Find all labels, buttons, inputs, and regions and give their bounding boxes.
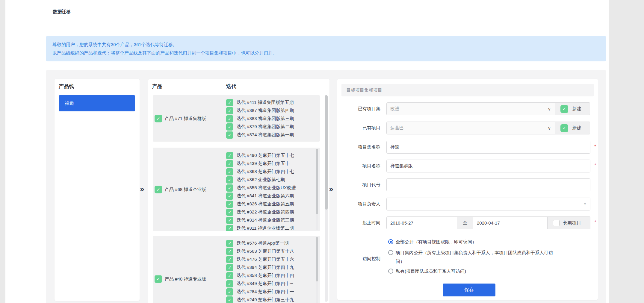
access-option-line1: 项目集内公开（所有上级项目集负责人和干系人，本项目团队成员和干系人可访 — [396, 248, 553, 257]
iteration-row[interactable]: ✓迭代 #349 芝麻开门第四十三 — [226, 280, 294, 288]
save-button[interactable]: 保存 — [443, 284, 495, 296]
radio-unselected-icon[interactable] — [388, 250, 393, 255]
checkbox-unchecked-icon[interactable] — [553, 220, 560, 226]
field-label: 项目负责人 — [337, 198, 380, 210]
checkbox-checked-icon[interactable]: ✓ — [226, 272, 233, 279]
checkbox-checked-icon[interactable]: ✓ — [226, 99, 233, 106]
required-asterisk: * — [594, 144, 596, 149]
product-line-header: 产品线 — [59, 83, 74, 90]
iteration-row[interactable]: ✓迭代 #383 禅道集团版第三期 — [226, 115, 294, 123]
checkbox-checked-icon[interactable]: ✓ — [226, 264, 233, 271]
checkbox-checked-icon[interactable]: ✓ — [226, 184, 233, 192]
product-row[interactable]: ✓ 产品 #40 禅道专业版 — [155, 275, 206, 283]
iteration-row[interactable]: ✓迭代 #576 禅道App第一期 — [226, 239, 288, 247]
product-line-item-zentao[interactable]: 禅道 — [59, 95, 135, 111]
checkbox-checked-icon[interactable]: ✓ — [226, 123, 233, 131]
checkbox-checked-icon[interactable]: ✓ — [560, 124, 568, 132]
iteration-row[interactable]: ✓迭代 #563 芝麻开门第五十八 — [226, 247, 294, 255]
checkbox-checked-icon[interactable]: ✓ — [226, 115, 233, 122]
iteration-row[interactable]: ✓迭代 #368 芝麻开门第四十七 — [226, 168, 294, 176]
access-option-open[interactable]: 全部公开（有项目视图权限，即可访问） — [388, 237, 477, 246]
form-row-project-name: 项目名称 * — [337, 160, 598, 172]
iteration-label: 迭代 #362 企业版第七期 — [237, 177, 285, 183]
checkbox-checked-icon[interactable]: ✓ — [226, 107, 233, 114]
form-row-existing-program: 已有项目集 改进 ∨ ✓ 新建 — [337, 102, 598, 115]
project-code-input[interactable] — [386, 178, 590, 191]
select-value: 改进 — [390, 106, 399, 112]
new-project-toggle[interactable]: ✓ 新建 — [555, 122, 590, 134]
iteration-row[interactable]: ✓迭代 #411 禅道集团版第五期 — [226, 99, 294, 107]
product-label: 产品 #68 禅道企业版 — [165, 187, 206, 192]
iteration-label: 迭代 #374 禅道集团版第一期 — [237, 132, 294, 138]
checkbox-checked-icon[interactable]: ✓ — [226, 160, 233, 167]
iteration-row[interactable]: ✓迭代 #379 禅道集团版第二期 — [226, 123, 294, 131]
iteration-row[interactable]: ✓迭代 #394 芝麻开门第四十九 — [226, 263, 294, 272]
new-program-toggle[interactable]: ✓ 新建 — [555, 102, 590, 115]
product-row[interactable]: ✓ 产品 #68 禅道企业版 — [155, 186, 206, 193]
checkbox-checked-icon[interactable]: ✓ — [226, 248, 233, 255]
checkbox-checked-icon[interactable]: ✓ — [226, 240, 233, 247]
checkbox-checked-icon[interactable]: ✓ — [155, 115, 162, 122]
checkbox-checked-icon[interactable]: ✓ — [226, 288, 233, 296]
iteration-label: 迭代 #322 禅道企业版第四期 — [237, 209, 294, 215]
iteration-row[interactable]: ✓迭代 #284 芝麻开门第四十一 — [226, 288, 294, 296]
checkbox-checked-icon[interactable]: ✓ — [226, 225, 233, 231]
iteration-row[interactable]: ✓迭代 #490 芝麻开门第五十七 — [226, 152, 294, 160]
checkbox-checked-icon[interactable]: ✓ — [226, 256, 233, 263]
iteration-row[interactable]: ✓迭代 #358 芝麻开门第四十四 — [226, 272, 294, 280]
iteration-row[interactable]: ✓迭代 #374 禅道集团版第一期 — [226, 131, 294, 139]
iteration-row[interactable]: ✓迭代 #341 禅道企业版第六期 — [226, 192, 294, 200]
checkbox-checked-icon[interactable]: ✓ — [226, 152, 233, 159]
checkbox-checked-icon[interactable]: ✓ — [226, 217, 233, 224]
iteration-row[interactable]: ✓迭代 #439 芝麻开门第五十二 — [226, 160, 294, 168]
iteration-row[interactable]: ✓迭代 #387 禅道集团版第四期 — [226, 107, 294, 115]
checkbox-checked-icon[interactable]: ✓ — [226, 201, 233, 208]
iteration-row[interactable]: ✓迭代 #476 芝麻开门第五十六 — [226, 255, 294, 263]
access-option-private[interactable]: 私有(项目团队成员和干系人可访问) — [388, 267, 466, 275]
collapse-left-icon[interactable]: » — [140, 184, 144, 193]
checkbox-checked-icon[interactable]: ✓ — [155, 275, 162, 283]
checkbox-checked-icon[interactable]: ✓ — [226, 168, 233, 175]
iteration-row[interactable]: ✓迭代 #362 企业版第七期 — [226, 176, 285, 184]
checkbox-checked-icon[interactable]: ✓ — [226, 209, 233, 216]
checkbox-checked-icon[interactable]: ✓ — [226, 193, 233, 200]
product-row[interactable]: ✓ 产品 #71 禅道集群版 — [155, 115, 206, 122]
start-date-input[interactable] — [386, 216, 457, 229]
checkbox-checked-icon[interactable]: ✓ — [226, 296, 233, 303]
iteration-row[interactable]: ✓迭代 #314 禅道企业版第三期 — [226, 216, 294, 224]
checkbox-checked-icon[interactable]: ✓ — [560, 105, 568, 113]
iteration-label: 迭代 #383 禅道集团版第三期 — [237, 116, 294, 122]
product-block-40: ✓ 产品 #40 禅道专业版 ✓迭代 #576 禅道App第一期 ✓迭代 #56… — [153, 236, 320, 303]
iteration-scrollbar-thumb[interactable] — [316, 237, 318, 281]
iteration-row[interactable]: ✓迭代 #326 禅道企业版第五期 — [226, 200, 294, 208]
access-option-program[interactable]: 项目集内公开（所有上级项目集负责人和干系人，本项目团队成员和干系人可访 问） — [388, 248, 553, 266]
access-option-label: 项目集内公开（所有上级项目集负责人和干系人，本项目团队成员和干系人可访 问） — [396, 248, 553, 266]
existing-project-select[interactable]: 运营巴 ∨ — [386, 122, 555, 134]
radio-unselected-icon[interactable] — [388, 269, 393, 274]
iteration-row[interactable]: ✓迭代 #311 禅道企业版第二期 — [226, 224, 294, 231]
form-row-date-range: 起止时间 至 长期项目 * — [337, 216, 598, 229]
iteration-scrollbar-thumb[interactable] — [316, 149, 318, 214]
access-option-label: 全部公开（有项目视图权限，即可访问） — [396, 237, 477, 246]
page-title: 数据迁移 — [53, 9, 71, 15]
project-name-input[interactable] — [386, 160, 590, 172]
checkbox-checked-icon[interactable]: ✓ — [155, 186, 162, 193]
program-name-input[interactable] — [386, 141, 590, 154]
product-line-item-label: 禅道 — [65, 100, 74, 107]
checkbox-checked-icon[interactable]: ✓ — [226, 176, 233, 184]
existing-program-select[interactable]: 改进 ∨ — [386, 102, 555, 115]
iteration-row[interactable]: ✓迭代 #249 芝麻开门第三十九 — [226, 296, 294, 303]
checkbox-checked-icon[interactable]: ✓ — [226, 131, 233, 139]
end-date-input[interactable] — [473, 216, 548, 229]
long-term-toggle[interactable]: 长期项目 — [548, 216, 590, 229]
required-asterisk: * — [594, 163, 596, 168]
form-row-existing-project: 已有项目 运营巴 ∨ ✓ 新建 — [337, 122, 598, 134]
banner-line-1: 尊敬的用户，您的系统中共有30个产品，361个迭代等待迁移。 — [52, 40, 606, 49]
iteration-row[interactable]: ✓迭代 #355 禅道企业版UX改进 — [226, 184, 296, 192]
collapse-right-icon[interactable]: » — [329, 184, 333, 193]
radio-selected-icon[interactable] — [388, 239, 393, 244]
checkbox-checked-icon[interactable]: ✓ — [226, 280, 233, 287]
iteration-row[interactable]: ✓迭代 #322 禅道企业版第四期 — [226, 208, 294, 216]
project-owner-select[interactable]: ▾ — [386, 198, 590, 210]
panel-scrollbar-thumb[interactable] — [325, 95, 328, 210]
